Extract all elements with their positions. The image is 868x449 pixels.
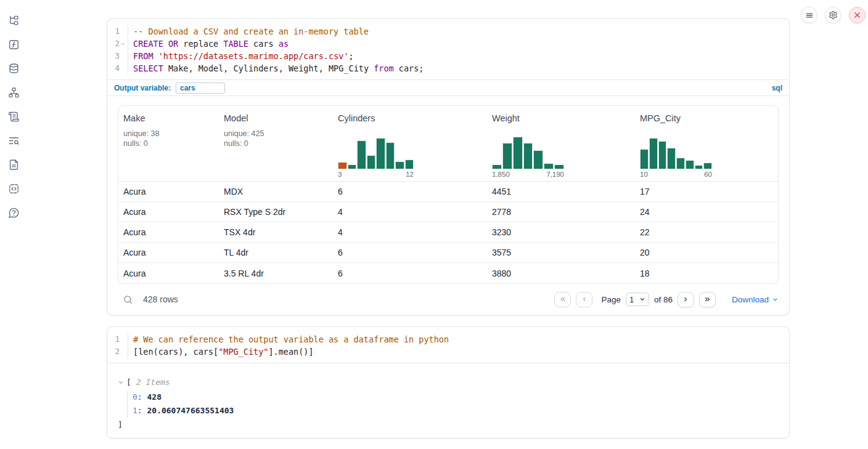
collapse-icon[interactable] xyxy=(118,379,124,386)
shutdown-button[interactable] xyxy=(849,7,866,23)
sidebar-button-snippets[interactable] xyxy=(7,182,20,195)
sidebar-button-dependencies[interactable] xyxy=(7,86,20,99)
language-badge: sql xyxy=(772,84,782,92)
next-page-button[interactable] xyxy=(678,292,694,307)
output-variable-input[interactable] xyxy=(176,83,225,94)
table-cell: 18 xyxy=(635,263,778,283)
histogram-axis: 1060 xyxy=(640,169,712,178)
histogram-bar xyxy=(386,142,395,169)
first-page-button[interactable] xyxy=(554,292,571,307)
line-number: 2 xyxy=(115,346,120,358)
sql-code-editor[interactable]: 1-- Download a CSV and create an in-memo… xyxy=(107,19,789,79)
table-cell: Acura xyxy=(118,182,219,201)
line-number-gutter: 2 xyxy=(107,38,128,50)
settings-button[interactable] xyxy=(825,7,841,23)
line-number-gutter: 1 xyxy=(107,25,128,38)
fold-slot xyxy=(120,29,126,34)
code-token: [len(cars), cars[ xyxy=(133,347,218,357)
page-select-value: 1 xyxy=(629,295,634,304)
code-line: 2[len(cars), cars["MPG_City"].mean()] xyxy=(107,346,789,358)
code-line: 1# We can reference the output variable … xyxy=(107,333,789,346)
output-variable-row: Output variable: sql xyxy=(107,79,789,96)
column-stats: unique: 425nulls: 0 xyxy=(224,129,329,148)
column-stat: nulls: 0 xyxy=(123,139,215,148)
column-header-mpg_city[interactable]: MPG_City1060 xyxy=(635,106,778,181)
axis-max-label: 60 xyxy=(704,171,712,178)
sidebar-button-logs[interactable] xyxy=(7,134,20,147)
column-header-make[interactable]: Makeunique: 38nulls: 0 xyxy=(118,106,219,181)
page-select[interactable]: 1 xyxy=(626,293,649,306)
item-value: 20.060747663551403 xyxy=(147,406,234,415)
file-tree-icon xyxy=(8,15,20,26)
chevron-right-icon xyxy=(682,296,689,303)
download-button[interactable]: Download xyxy=(732,295,779,304)
python-code-editor[interactable]: 1# We can reference the output variable … xyxy=(107,327,789,363)
sidebar-button-scratchpad[interactable] xyxy=(7,110,20,123)
table-cell: TSX 4dr xyxy=(219,222,333,242)
close-bracket: ] xyxy=(118,419,779,431)
histogram-bar xyxy=(395,161,404,169)
table-cell: TL 4dr xyxy=(219,243,333,262)
histogram-weight[interactable]: 1,8507,190 xyxy=(492,137,564,178)
fold-slot xyxy=(120,54,126,59)
open-bracket: [ xyxy=(126,377,131,388)
code-token: cars; xyxy=(394,63,424,73)
code-token: SELECT xyxy=(133,63,163,73)
helper-panel-sidebar xyxy=(0,0,27,449)
sidebar-button-documentation[interactable] xyxy=(7,158,20,171)
pagination: Page 1 of 86 xyxy=(554,292,716,307)
fold-icon[interactable] xyxy=(120,41,126,47)
last-page-button[interactable] xyxy=(699,292,716,307)
line-number-gutter: 2 xyxy=(107,346,128,358)
line-number: 2 xyxy=(115,38,120,50)
column-header-weight[interactable]: Weight1,8507,190 xyxy=(487,106,635,181)
histogram-axis: 312 xyxy=(338,169,414,178)
sql-cell: 1-- Download a CSV and create an in-memo… xyxy=(107,18,790,315)
table-row: AcuraRSX Type S 2dr4277824 xyxy=(118,202,778,222)
histogram-cylinders[interactable]: 312 xyxy=(338,137,414,178)
close-icon xyxy=(853,11,861,19)
prev-page-button[interactable] xyxy=(576,292,592,307)
column-header-model[interactable]: Modelunique: 425nulls: 0 xyxy=(219,106,333,181)
table-row: AcuraTSX 4dr4323022 xyxy=(118,222,778,243)
axis-max-label: 7,190 xyxy=(546,171,564,178)
sidebar-button-data-sources[interactable] xyxy=(7,62,20,75)
sidebar-button-help[interactable] xyxy=(7,206,20,219)
code-token: 'https://datasets.marimo.app/cars.csv' xyxy=(158,51,349,61)
code-token: replace xyxy=(178,39,223,49)
chevron-left-icon xyxy=(581,296,588,303)
histogram-bar xyxy=(492,164,502,169)
search-button[interactable] xyxy=(118,294,133,305)
data-table: Makeunique: 38nulls: 0Modelunique: 425nu… xyxy=(118,105,779,284)
table-cell: 17 xyxy=(635,182,778,201)
histogram-bar xyxy=(667,148,676,169)
histogram-bar xyxy=(367,155,376,169)
item-index: 0 xyxy=(133,392,137,402)
text-search-icon xyxy=(8,135,20,147)
code-token: Make, Model, Cylinders, Weight, MPG_City xyxy=(163,63,374,73)
sidebar-button-variables[interactable] xyxy=(7,38,20,51)
column-header-cylinders[interactable]: Cylinders312 xyxy=(333,106,487,181)
code-token xyxy=(154,51,158,61)
sidebar-button-files[interactable] xyxy=(7,14,20,27)
line-number-gutter: 4 xyxy=(107,62,128,75)
python-cell: 1# We can reference the output variable … xyxy=(107,326,790,439)
column-stat: nulls: 0 xyxy=(224,139,329,148)
table-row: AcuraTL 4dr6357520 xyxy=(118,243,778,263)
histogram-bar xyxy=(554,164,564,169)
histogram-mpg_city[interactable]: 1060 xyxy=(640,137,712,178)
menu-button[interactable] xyxy=(801,7,817,23)
histogram-bar xyxy=(348,164,357,169)
histogram-bar xyxy=(533,150,543,169)
table-cell: 4451 xyxy=(487,182,635,201)
code-token: "MPG_City" xyxy=(218,347,268,357)
code-text: # We can reference the output variable a… xyxy=(128,333,449,346)
code-token: FROM xyxy=(133,51,154,61)
table-footer: 428 rows Page 1 of 86 Download xyxy=(107,285,789,313)
colon: : xyxy=(137,392,147,402)
list-item: 1: 20.060747663551403 xyxy=(133,404,779,418)
table-cell: Acura xyxy=(118,202,219,222)
table-row: AcuraMDX6445117 xyxy=(118,182,778,202)
network-icon xyxy=(8,87,20,99)
code-line: 2CREATE OR replace TABLE cars as xyxy=(107,38,789,50)
